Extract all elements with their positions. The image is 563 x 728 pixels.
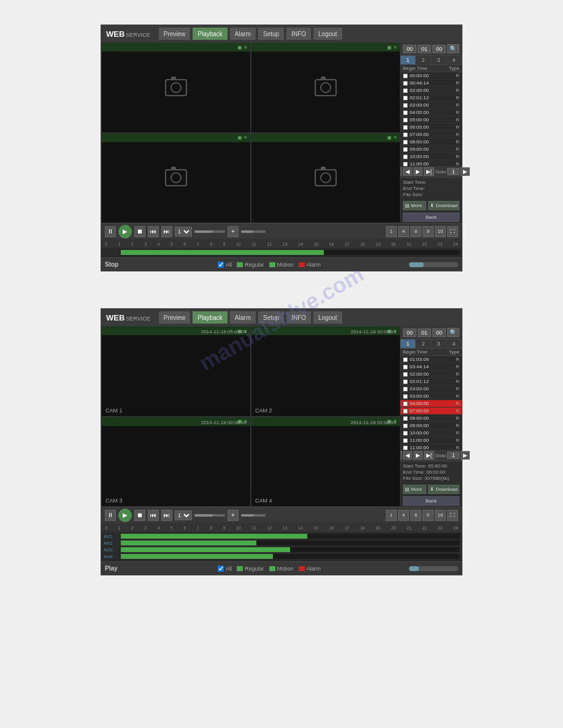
progress-bar-2[interactable] xyxy=(409,566,458,571)
checkbox-12[interactable] xyxy=(403,154,408,159)
record-item-10[interactable]: 08:00:00R xyxy=(400,138,462,146)
view-4ch-2[interactable]: 4 xyxy=(398,510,409,521)
min-input-2[interactable] xyxy=(418,328,431,337)
channel-tab-1-3[interactable]: 3 xyxy=(431,56,446,64)
page-goto-btn-1[interactable]: ▶ xyxy=(461,167,470,176)
view-8ch-2[interactable]: 8 xyxy=(410,510,421,521)
next-frame-btn-2[interactable]: ⏭ xyxy=(161,510,172,521)
page-next-1[interactable]: ▶ xyxy=(413,167,423,176)
sec-input-1[interactable] xyxy=(432,45,446,53)
stop-btn-2[interactable]: ⏹ xyxy=(134,510,145,521)
page-prev-1[interactable]: ◀ xyxy=(403,167,412,176)
record-item-2[interactable]: 00:44:14R xyxy=(400,80,462,87)
record-item-4[interactable]: 02:01:12R xyxy=(400,94,462,102)
record-item-2-10[interactable]: 09:00:00R xyxy=(400,422,462,430)
view-fullscreen-1[interactable]: ⛶ xyxy=(447,226,458,237)
view-1ch-2[interactable]: 1 xyxy=(386,510,397,521)
channel-tab-2-4[interactable]: 4 xyxy=(446,339,462,348)
record-item-9[interactable]: 07:00:00R xyxy=(400,131,462,138)
channel-tab-2-1[interactable]: 1 xyxy=(400,339,416,348)
channel-tab-1-4[interactable]: 4 xyxy=(446,56,462,64)
prev-frame-btn-1[interactable]: ⏮ xyxy=(148,226,159,237)
track-bar-2-2[interactable] xyxy=(121,540,459,545)
stop-btn-1[interactable]: ⏹ xyxy=(134,226,145,237)
more-btn-1[interactable]: ▤ More xyxy=(403,201,426,210)
progress-bar-1[interactable] xyxy=(409,262,458,267)
nav-setup-1[interactable]: Setup xyxy=(258,28,284,40)
channel-tab-1-1[interactable]: 1 xyxy=(400,56,416,64)
track-bar-2-4[interactable] xyxy=(121,554,459,559)
add-channel-btn-1[interactable]: + xyxy=(228,226,239,237)
checkbox-6[interactable] xyxy=(403,110,408,115)
view-9ch-1[interactable]: 9 xyxy=(423,226,434,237)
back-btn-1[interactable]: Back xyxy=(403,213,459,222)
prev-frame-btn-2[interactable]: ⏮ xyxy=(148,510,159,521)
checkbox-8[interactable] xyxy=(403,125,408,130)
view-4ch-1[interactable]: 4 xyxy=(398,226,409,237)
more-btn-2[interactable]: ▤ More xyxy=(403,485,426,494)
record-item-11[interactable]: 09:00:00R xyxy=(400,146,462,153)
speed-select-2[interactable]: 1X2X4X xyxy=(175,510,192,520)
nav-logout-2[interactable]: Logout xyxy=(313,311,342,324)
channel-tab-2-3[interactable]: 3 xyxy=(431,339,446,348)
checkbox-5[interactable] xyxy=(403,103,408,108)
checkbox-11[interactable] xyxy=(403,147,408,152)
pause-btn-1[interactable]: ⏸ xyxy=(105,226,116,237)
volume-slider-2[interactable] xyxy=(194,514,225,517)
legend-all-checkbox-2[interactable] xyxy=(218,566,224,572)
record-list-2[interactable]: 01:03:09R 03:44:14R 02:00:00R 02:01:12R … xyxy=(400,356,462,450)
nav-alarm-2[interactable]: Alarm xyxy=(230,311,256,324)
nav-info-2[interactable]: INFO xyxy=(286,311,311,324)
volume-slider-1[interactable] xyxy=(194,230,225,233)
sec-input-2[interactable] xyxy=(432,328,446,337)
view-8ch-1[interactable]: 8 xyxy=(410,226,421,237)
page-last-1[interactable]: ▶| xyxy=(424,167,434,176)
record-item-13[interactable]: 11:00:00R xyxy=(400,161,462,166)
record-item-2-12[interactable]: 11:00:00R xyxy=(400,437,462,444)
nav-playback-2[interactable]: Playback xyxy=(193,311,228,324)
track-bar-1-1[interactable] xyxy=(121,250,459,255)
record-item-2-3[interactable]: 02:00:00R xyxy=(400,371,462,378)
add-channel-btn-2[interactable]: + xyxy=(228,510,239,521)
record-item-2-7[interactable]: 04:00:00R xyxy=(400,400,462,408)
search-btn-2[interactable]: 🔍 xyxy=(447,328,459,337)
nav-playback-1[interactable]: Playback xyxy=(193,28,228,40)
checkbox-2[interactable] xyxy=(403,81,408,86)
record-item-2-13[interactable]: 11:00:00R xyxy=(400,444,462,450)
view-16ch-1[interactable]: 16 xyxy=(435,226,446,237)
record-item-2-6[interactable]: 03:00:00R xyxy=(400,393,462,400)
channel-tab-2-2[interactable]: 2 xyxy=(416,339,431,348)
track-bar-2-3[interactable] xyxy=(121,547,459,552)
record-item-2-9[interactable]: 08:00:00R xyxy=(400,415,462,422)
record-item-3[interactable]: 02:00:00R xyxy=(400,87,462,94)
record-item-2-1[interactable]: 01:03:09R xyxy=(400,356,462,363)
checkbox-1[interactable] xyxy=(403,74,408,78)
nav-alarm-1[interactable]: Alarm xyxy=(230,28,256,40)
page-prev-2[interactable]: ◀ xyxy=(403,451,412,460)
track-bar-2-1[interactable] xyxy=(121,534,459,539)
view-9ch-2[interactable]: 9 xyxy=(423,510,434,521)
page-goto-btn-2[interactable]: ▶ xyxy=(461,451,470,460)
download-btn-2[interactable]: ⬇ Download xyxy=(428,485,459,494)
search-btn-1[interactable]: 🔍 xyxy=(447,44,459,53)
record-item-5[interactable]: 03:00:00R xyxy=(400,102,462,109)
hour-input-1[interactable] xyxy=(403,45,416,53)
next-frame-btn-1[interactable]: ⏭ xyxy=(161,226,172,237)
page-next-2[interactable]: ▶ xyxy=(413,451,423,460)
checkbox-3[interactable] xyxy=(403,88,408,93)
record-item-2-11[interactable]: 10:00:00R xyxy=(400,430,462,437)
record-item-1[interactable]: 00:00:00R xyxy=(400,72,462,80)
checkbox-7[interactable] xyxy=(403,118,408,123)
record-item-2-2[interactable]: 03:44:14R xyxy=(400,363,462,371)
record-item-8[interactable]: 06:00:00R xyxy=(400,124,462,131)
play-btn-2[interactable]: ▶ xyxy=(118,509,132,522)
pause-btn-2[interactable]: ⏸ xyxy=(105,510,116,521)
page-goto-input-2[interactable] xyxy=(447,452,459,459)
channel-tab-1-2[interactable]: 2 xyxy=(416,56,431,64)
record-item-2-5[interactable]: 03:00:00R xyxy=(400,385,462,393)
checkbox-10[interactable] xyxy=(403,140,408,145)
legend-all-checkbox-1[interactable] xyxy=(218,262,224,268)
page-goto-input-1[interactable] xyxy=(447,168,459,175)
speed-select-1[interactable]: 1X2X4X xyxy=(175,227,192,237)
download-btn-1[interactable]: ⬇ Download xyxy=(428,201,459,210)
